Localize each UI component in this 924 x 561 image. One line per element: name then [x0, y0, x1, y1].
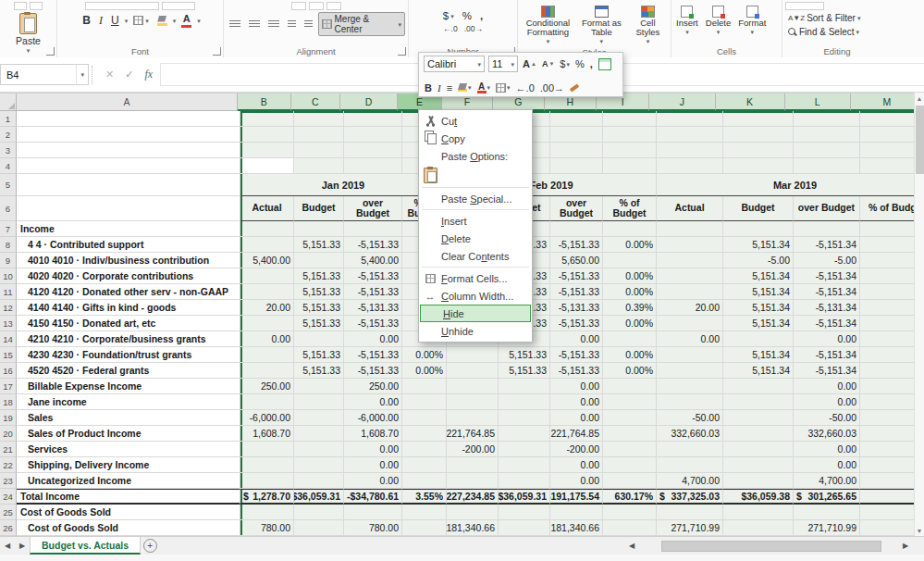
- cell-B2[interactable]: [240, 127, 294, 143]
- row-header-1[interactable]: 1: [0, 111, 17, 127]
- sort-filter-button[interactable]: A▼Z Sort & Filter▾: [785, 12, 863, 24]
- col-header-B[interactable]: B: [238, 94, 290, 111]
- cell-B21[interactable]: [240, 442, 294, 457]
- format-cells-button[interactable]: Format▾: [736, 5, 768, 36]
- cell-A5[interactable]: [17, 174, 240, 196]
- cell-J24[interactable]: $337,325.03: [657, 489, 723, 505]
- cell-K8[interactable]: 5,151.34: [723, 237, 794, 253]
- cell-J13[interactable]: [657, 316, 723, 331]
- cell-K16[interactable]: 5,151.34: [723, 363, 794, 379]
- cell-H17[interactable]: 0.00: [550, 379, 603, 394]
- cell-H10[interactable]: -5,151.33: [550, 268, 603, 284]
- cell-L10[interactable]: -5,151.34: [794, 268, 860, 284]
- paste-button[interactable]: Paste ▾: [13, 12, 43, 55]
- cell-I14[interactable]: [603, 331, 657, 347]
- row-header-19[interactable]: 19: [0, 410, 17, 426]
- align-center-button[interactable]: [246, 19, 263, 30]
- cell-H19[interactable]: 0.00: [550, 410, 603, 426]
- row-label[interactable]: Jane income: [17, 394, 240, 410]
- cell-A2[interactable]: [17, 127, 240, 143]
- cell-L7[interactable]: [794, 221, 860, 237]
- cell-I10[interactable]: 0.00%: [603, 268, 657, 284]
- conditional-formatting-button[interactable]: Conditional Formatting▾: [521, 5, 575, 45]
- cell-D17[interactable]: 250.00: [344, 379, 402, 394]
- dialog-launcher-icon[interactable]: [46, 47, 55, 56]
- cell-H8[interactable]: -5,151.33: [550, 237, 603, 253]
- cell-G21[interactable]: [499, 442, 550, 457]
- context-menu-item-unhide[interactable]: Unhide: [419, 322, 532, 340]
- context-menu-item-copy[interactable]: Copy: [419, 130, 532, 147]
- row-label[interactable]: 4 4 · Contributed support: [17, 237, 240, 253]
- vertical-scrollbar[interactable]: ▲ ▼: [914, 93, 924, 536]
- cell-J1[interactable]: [657, 111, 723, 127]
- cell-L4[interactable]: [794, 158, 860, 174]
- cell-D8[interactable]: -5,151.33: [344, 237, 402, 253]
- row-header-26[interactable]: 26: [0, 520, 17, 536]
- cell-C7[interactable]: [294, 221, 344, 237]
- prev-sheet-icon[interactable]: ◀: [0, 537, 15, 555]
- cell-K26[interactable]: [723, 520, 794, 536]
- cell-J7[interactable]: [657, 221, 723, 237]
- cell-L13[interactable]: -5,151.34: [794, 316, 860, 331]
- cell-F26[interactable]: 181,340.66: [447, 520, 499, 536]
- cell-I2[interactable]: [603, 127, 657, 143]
- cell-D10[interactable]: -5,151.33: [344, 268, 402, 284]
- cell-C3[interactable]: [294, 143, 344, 158]
- cell-B4[interactable]: [240, 158, 294, 174]
- cell-I9[interactable]: [603, 253, 657, 268]
- borders-button[interactable]: ▾: [495, 83, 511, 93]
- cell-I13[interactable]: 0.00%: [603, 316, 657, 331]
- cell-E24[interactable]: 3.55%: [402, 489, 447, 505]
- col-header-L[interactable]: L: [785, 94, 851, 111]
- cell-G23[interactable]: [499, 473, 550, 489]
- cell-I19[interactable]: [603, 410, 657, 426]
- underline-dropdown-icon[interactable]: ▾: [125, 18, 129, 24]
- name-box[interactable]: B4 ▾: [0, 64, 89, 85]
- bold-button[interactable]: B: [424, 82, 433, 94]
- cell-K24[interactable]: $36,059.38: [723, 489, 794, 505]
- cell-I3[interactable]: [603, 143, 657, 158]
- cell-styles-button[interactable]: Cell Styles▾: [628, 5, 668, 45]
- row-label[interactable]: Sales: [17, 410, 240, 426]
- cell-K19[interactable]: [723, 410, 794, 426]
- sub-header[interactable]: Actual: [240, 196, 294, 221]
- underline-button[interactable]: U: [108, 13, 122, 28]
- format-as-table-button[interactable]: Format as Table▾: [577, 5, 626, 45]
- cell-G18[interactable]: [499, 394, 550, 410]
- cell-B25[interactable]: [240, 505, 294, 520]
- cell-B24[interactable]: $1,278.70: [240, 489, 294, 505]
- cell-K11[interactable]: 5,151.34: [723, 284, 794, 300]
- sub-header[interactable]: Budget: [723, 196, 794, 221]
- cell-H25[interactable]: [550, 505, 603, 520]
- cell-B19[interactable]: -6,000.00: [240, 410, 294, 426]
- row-header-9[interactable]: 9: [0, 253, 17, 268]
- cell-F16[interactable]: [447, 363, 499, 379]
- col-header-J[interactable]: J: [649, 94, 715, 111]
- cell-G20[interactable]: [499, 426, 550, 442]
- cell-K23[interactable]: [723, 473, 794, 489]
- cell-J10[interactable]: [657, 268, 723, 284]
- cell-D9[interactable]: 5,400.00: [344, 253, 402, 268]
- cell-F22[interactable]: [447, 457, 499, 473]
- font-color-button[interactable]: A▾: [476, 81, 492, 94]
- cell-E26[interactable]: [402, 520, 447, 536]
- italic-button[interactable]: I: [96, 13, 105, 29]
- increase-indent-button[interactable]: [302, 19, 315, 30]
- cell-E15[interactable]: 0.00%: [402, 347, 447, 363]
- cell-J8[interactable]: [657, 237, 723, 253]
- cell-J11[interactable]: [657, 284, 723, 300]
- row-label[interactable]: Cost of Goods Sold: [17, 520, 240, 536]
- cell-J2[interactable]: [657, 127, 723, 143]
- fill-color-button[interactable]: ▾: [457, 83, 473, 92]
- cell-D14[interactable]: 0.00: [344, 331, 402, 347]
- cell-G26[interactable]: [499, 520, 550, 536]
- cell-A1[interactable]: [17, 111, 240, 127]
- cell-E21[interactable]: [402, 442, 447, 457]
- cell-K22[interactable]: [723, 457, 794, 473]
- cell-C2[interactable]: [294, 127, 344, 143]
- cell-H4[interactable]: [550, 158, 603, 174]
- cell-I20[interactable]: [603, 426, 657, 442]
- row-header-21[interactable]: 21: [0, 442, 17, 457]
- cell-K7[interactable]: [723, 221, 794, 237]
- row-header-13[interactable]: 13: [0, 316, 17, 331]
